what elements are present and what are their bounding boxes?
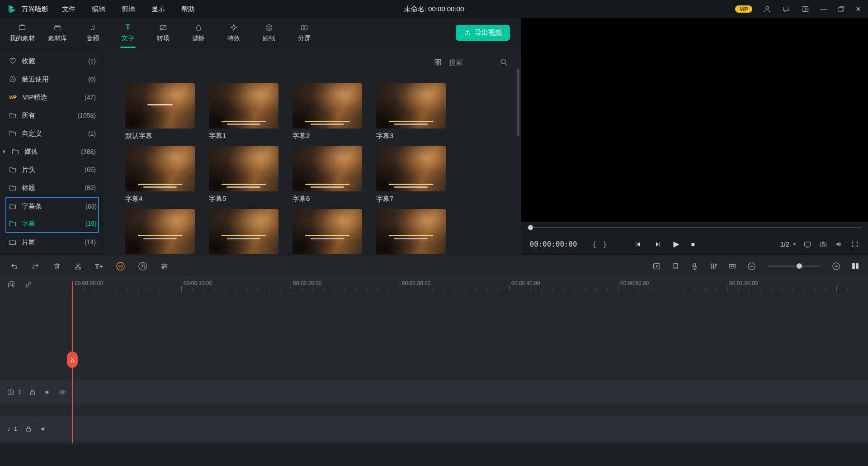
split-scissors-icon[interactable] <box>74 262 82 271</box>
template-item[interactable]: 字幕1 <box>209 83 278 140</box>
sidebar-item-intro[interactable]: 片头 (65) <box>0 161 103 179</box>
video-track[interactable]: 1 <box>0 380 868 404</box>
template-thumbnail[interactable] <box>292 83 362 128</box>
playhead-handle[interactable] <box>67 352 78 368</box>
record-voiceover-icon[interactable] <box>690 262 699 271</box>
sidebar-item-custom[interactable]: 自定义 (1) <box>0 124 103 143</box>
seek-handle[interactable] <box>528 225 533 230</box>
template-item[interactable]: 默认字幕 <box>125 83 195 140</box>
timeline-zoom-slider[interactable] <box>767 266 821 267</box>
zoom-slider-handle[interactable] <box>797 263 802 269</box>
zoom-out-icon[interactable] <box>747 262 756 271</box>
fullscreen-icon[interactable] <box>851 240 859 248</box>
template-item[interactable]: 字幕7 <box>376 146 446 203</box>
sidebar-item-recent[interactable]: 最近使用 (0) <box>0 70 103 88</box>
sidebar-item-all[interactable]: 所有 (1058) <box>0 106 103 124</box>
close-button[interactable]: × <box>856 5 861 13</box>
seek-track[interactable] <box>527 227 862 228</box>
restore-button[interactable] <box>838 5 845 13</box>
template-thumbnail[interactable] <box>125 146 195 191</box>
text-to-speech-icon[interactable] <box>138 262 147 271</box>
tab-split-screen[interactable]: 分屏 <box>287 18 322 48</box>
template-thumbnail[interactable] <box>376 209 446 254</box>
tab-filters[interactable]: 滤镜 <box>181 18 216 48</box>
workspace-layout-icon[interactable] <box>801 5 809 13</box>
sidebar-item-vip-featured[interactable]: VIP VIP精选 (47) <box>0 88 103 106</box>
tab-text[interactable]: T 文字 <box>110 18 146 48</box>
stop-button[interactable]: ■ <box>691 241 695 248</box>
sidebar-item-subtitles[interactable]: 字幕 (16) <box>6 215 98 232</box>
sidebar-item-favorites[interactable]: 收藏 (1) <box>0 52 103 70</box>
expand-caret-icon[interactable] <box>3 150 5 153</box>
menu-help[interactable]: 帮助 <box>181 5 195 14</box>
search-input[interactable] <box>449 58 492 66</box>
feedback-icon[interactable] <box>782 5 790 13</box>
sidebar-item-end-credits[interactable]: 片尾 (14) <box>0 233 103 251</box>
template-item[interactable]: 字幕4 <box>125 146 195 203</box>
tab-transitions[interactable]: 转场 <box>146 18 181 48</box>
tab-stock-library[interactable]: 素材库 <box>40 18 75 48</box>
export-video-button[interactable]: 导出视频 <box>456 25 510 41</box>
add-text-icon[interactable]: T+ <box>95 262 103 270</box>
delete-icon[interactable] <box>52 262 61 271</box>
manage-tracks-icon[interactable] <box>7 281 15 289</box>
tab-effects[interactable]: 特效 <box>216 18 251 48</box>
audio-track[interactable]: ♪ 1 <box>0 417 868 441</box>
speech-to-text-icon[interactable] <box>116 262 125 271</box>
template-thumbnail[interactable] <box>209 83 278 128</box>
mark-in-icon[interactable]: { <box>589 240 599 248</box>
previous-frame-icon[interactable] <box>634 240 642 248</box>
sidebar-item-media[interactable]: 媒体 (388) <box>0 143 103 161</box>
sidebar-item-subtitle-bar[interactable]: 字幕条 (83) <box>6 198 98 215</box>
audio-mixer-icon[interactable] <box>709 262 718 271</box>
template-thumbnail[interactable] <box>209 209 278 254</box>
menu-file[interactable]: 文件 <box>62 5 75 14</box>
redo-icon[interactable] <box>31 262 40 271</box>
play-button[interactable]: ▶ <box>674 239 679 249</box>
menu-view[interactable]: 显示 <box>151 5 165 14</box>
marker-icon[interactable] <box>671 262 680 271</box>
render-preview-icon[interactable] <box>652 262 661 271</box>
menu-clip[interactable]: 剪辑 <box>122 5 135 14</box>
volume-icon[interactable] <box>835 240 843 248</box>
library-scrollbar[interactable] <box>517 69 519 137</box>
tab-stickers[interactable]: 贴纸 <box>251 18 287 48</box>
vip-badge[interactable]: VIP <box>735 5 752 13</box>
template-item[interactable] <box>125 209 195 255</box>
sidebar-item-titles[interactable]: 标题 (82) <box>0 179 103 197</box>
template-item[interactable]: 字幕6 <box>292 146 362 203</box>
mute-track-icon[interactable] <box>40 425 47 433</box>
minimize-button[interactable]: — <box>820 5 827 13</box>
account-icon[interactable] <box>763 5 771 13</box>
template-thumbnail[interactable] <box>125 209 195 254</box>
lock-icon[interactable] <box>25 425 32 433</box>
fit-timeline-icon[interactable] <box>728 262 737 271</box>
template-item[interactable]: 字幕3 <box>376 83 446 140</box>
timeline-ruler[interactable]: 00:00:00:00 00:00:10:00 00:00:20:00 00:0… <box>0 277 868 292</box>
tab-my-media[interactable]: 我的素材 <box>5 18 40 48</box>
video-viewport[interactable] <box>521 18 868 222</box>
template-thumbnail[interactable] <box>292 146 362 191</box>
undo-icon[interactable] <box>10 262 19 271</box>
adjust-settings-icon[interactable] <box>160 262 169 271</box>
template-item[interactable] <box>209 209 278 255</box>
menu-edit[interactable]: 编辑 <box>92 5 105 14</box>
hide-track-icon[interactable] <box>59 388 66 396</box>
snapshot-camera-icon[interactable] <box>819 240 827 248</box>
template-thumbnail[interactable] <box>376 83 446 128</box>
page-indicator[interactable]: 1/2 <box>780 241 789 248</box>
zoom-in-icon[interactable] <box>832 262 840 271</box>
next-frame-icon[interactable] <box>654 240 662 248</box>
template-thumbnail[interactable] <box>376 146 446 191</box>
tab-audio[interactable]: ♫ 音频 <box>75 18 110 48</box>
chevron-down-icon[interactable]: ▾ <box>793 241 796 247</box>
template-thumbnail[interactable] <box>125 83 195 128</box>
mark-out-icon[interactable]: } <box>599 240 610 248</box>
mirror-display-icon[interactable] <box>803 240 811 248</box>
template-thumbnail[interactable] <box>292 209 362 254</box>
link-clips-icon[interactable] <box>24 281 33 289</box>
search-icon[interactable] <box>500 58 508 66</box>
mute-track-icon[interactable] <box>44 389 51 396</box>
lock-icon[interactable] <box>29 389 36 396</box>
template-item[interactable] <box>376 209 446 255</box>
